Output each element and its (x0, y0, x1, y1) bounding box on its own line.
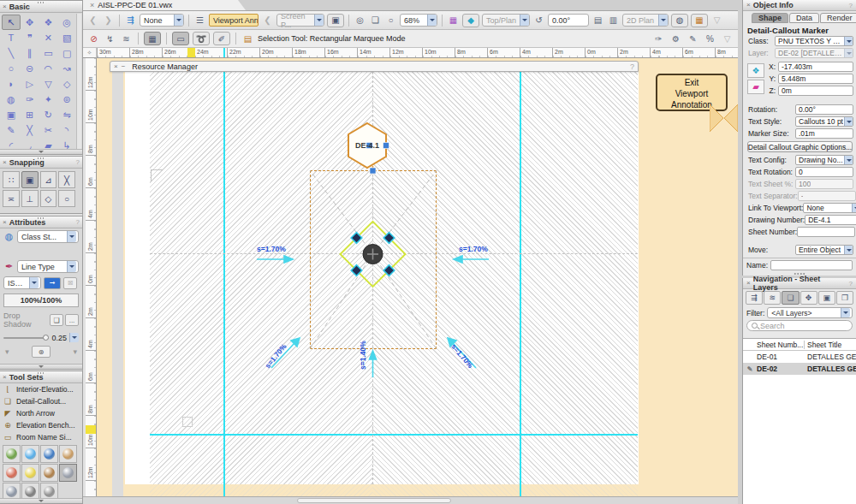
eyedropper-tool[interactable]: ✑ (21, 92, 39, 107)
flyover-tool[interactable]: ❖ (39, 15, 58, 30)
saved-views-dropdown[interactable]: None (140, 14, 184, 27)
fill-attribute-icon[interactable]: ◍ (3, 231, 15, 242)
circle-tool[interactable]: ○ (2, 61, 21, 76)
prev-annotation-icon[interactable]: ❮ (261, 14, 274, 27)
building-shell-tools[interactable] (59, 445, 77, 463)
visualization-tools[interactable] (3, 464, 21, 482)
polyline-tool[interactable]: ◗ (2, 76, 21, 92)
search-field[interactable]: Search (746, 320, 853, 331)
class-options-icon[interactable]: ▤ (591, 14, 604, 27)
rotate-plan-icon[interactable]: ↺ (532, 14, 545, 27)
y-coordinate-field[interactable]: 5.448m (778, 74, 853, 84)
attributes-palette-titlebar[interactable]: × Attributes ? (0, 216, 82, 228)
working-plane-icon[interactable]: ❖ (747, 63, 764, 78)
class-select[interactable]: PNU TEXTOS Y NOTAS (775, 36, 853, 46)
stormwater-tools[interactable] (21, 445, 39, 463)
double-line-tool[interactable]: ∥ (21, 45, 39, 61)
attributes-palette-collapse-handle[interactable] (0, 364, 82, 369)
opacity-display[interactable]: 100%/100% (3, 294, 79, 307)
filter-dropdown[interactable]: <All Layers> (767, 307, 853, 318)
drop-shadow-options-button[interactable]: ... (65, 314, 79, 326)
table-row[interactable]: DE-01 DETALLES GEN (743, 351, 856, 363)
site-planning-tools[interactable] (3, 445, 21, 463)
fit-objects-zoom-icon[interactable]: ❏ (369, 14, 382, 27)
line-type-dropdown[interactable]: Line Type (17, 260, 79, 273)
snap-to-edge[interactable]: ⊥ (21, 190, 39, 207)
regular-polygon-tool[interactable]: ◇ (57, 76, 76, 92)
disable-snapping-icon[interactable]: ⊘ (87, 32, 100, 45)
opacity-slider[interactable] (3, 337, 49, 339)
selection-options-icon[interactable]: ▤ (241, 32, 254, 45)
rectangle-tool[interactable]: ▭ (39, 45, 58, 61)
basic-palette-collapse-handle[interactable] (0, 149, 82, 154)
nav-references[interactable]: ❐ (836, 291, 853, 305)
select-similar-tool[interactable]: ⊚ (57, 92, 76, 107)
monitor-view-button[interactable]: ▣ (327, 14, 344, 27)
close-icon[interactable]: × (746, 280, 751, 287)
nav-sheet-layers[interactable]: ❏ (782, 291, 799, 305)
callout-tool[interactable]: ❞ (21, 30, 39, 45)
close-icon[interactable]: × (3, 219, 7, 226)
attr-foot-right-dropdown[interactable]: ▾ (73, 347, 77, 356)
callout-drawing-number[interactable]: DE-4.1 (348, 140, 386, 151)
arc-tool[interactable]: ◠ (39, 61, 58, 76)
freehand-tool[interactable]: ↝ (57, 61, 76, 76)
snap-to-tangent[interactable]: ○ (58, 190, 75, 207)
text-sheet-field[interactable]: 100 (795, 179, 853, 189)
nav-classes[interactable]: ✥ (800, 291, 817, 305)
tool-set-item[interactable]: ⊕ Elevation Bench... (0, 419, 82, 431)
lasso-marquee-mode-button[interactable]: ➰ (193, 32, 210, 45)
drop-shadow-toggle[interactable]: ❏ (50, 314, 63, 326)
close-icon[interactable]: × (90, 1, 94, 9)
spiral-tool[interactable]: ◍ (2, 92, 21, 107)
tool-sets-palette-titlebar[interactable]: × Tool Sets (0, 371, 82, 383)
tool-set-item[interactable]: ❏ Detail-Callout... (0, 395, 82, 407)
layer-select[interactable]: DE-02 [DETALLES GENE.. (775, 48, 853, 58)
magnifier-icon[interactable]: ○ (384, 14, 397, 27)
close-icon[interactable]: × (3, 3, 7, 10)
table-header-row[interactable]: Sheet Numb... Sheet Title (743, 339, 856, 351)
help-icon[interactable]: ? (849, 2, 853, 9)
nav-viewports[interactable]: ▣ (818, 291, 835, 305)
close-icon[interactable]: × (746, 2, 751, 9)
resource-manager-titlebar[interactable]: × − Resource Manager ? (110, 61, 639, 72)
gear-icon[interactable]: ⚙ (669, 32, 682, 45)
tool-set-item[interactable]: ▭ Room Name Si... (0, 431, 82, 443)
selection-tool[interactable]: ↖ (2, 15, 21, 30)
nav-design-layers[interactable]: ≋ (764, 291, 781, 305)
drain-symbol[interactable] (341, 222, 406, 287)
interactive-mode-icon[interactable]: ↯ (104, 32, 116, 45)
close-icon[interactable]: × (3, 374, 7, 381)
snap-to-working-plane[interactable]: ◇ (40, 190, 57, 207)
snap-to-intersection[interactable]: ╳ (58, 171, 75, 188)
reshape-tool[interactable]: ⊞ (21, 107, 39, 122)
text-style-select[interactable]: Callouts 10 pt (795, 116, 853, 127)
tool-sets-collapse-handle[interactable] (0, 498, 82, 503)
end-marker-button[interactable]: ⊠ (63, 277, 77, 289)
screen-plane-icon[interactable]: ▰ (747, 80, 764, 94)
z-coordinate-field[interactable]: 0m (778, 86, 853, 96)
fillet-tool[interactable]: ◝ (57, 122, 76, 138)
help-icon[interactable]: ? (76, 158, 80, 166)
slider-knob[interactable] (43, 335, 49, 341)
basic-palette-scrollbar[interactable] (76, 14, 81, 149)
help-icon[interactable]: ? (849, 280, 853, 288)
rounded-rectangle-tool[interactable]: ▢ (57, 45, 76, 61)
help-icon[interactable]: ? (76, 218, 80, 226)
close-icon[interactable]: × (114, 63, 118, 70)
text-config-select[interactable]: Drawing No... (795, 155, 853, 165)
dimension-tool[interactable]: ✕ (39, 30, 58, 45)
polygon-tool[interactable]: ▷ (21, 76, 39, 92)
object-info-tab[interactable]: Render (820, 13, 856, 23)
mirror-tool[interactable]: ⇋ (57, 107, 76, 122)
polygon-marquee-mode-button[interactable]: ✐ (213, 32, 230, 45)
eyedropper-transfer-button[interactable]: ⊛ (32, 346, 51, 358)
split-tool[interactable]: ✂ (39, 122, 58, 138)
ruler-origin-corner[interactable]: ✧ (83, 48, 97, 58)
fill-style-dropdown[interactable]: Class St... (17, 230, 79, 243)
basic-palette-titlebar[interactable]: × Basic (0, 1, 82, 13)
tool-set-item[interactable]: ◤ North Arrow (0, 407, 82, 419)
close-icon[interactable]: × (3, 159, 7, 166)
forward-icon[interactable]: ❯ (102, 14, 115, 27)
horizontal-scrollbar[interactable] (83, 496, 738, 504)
